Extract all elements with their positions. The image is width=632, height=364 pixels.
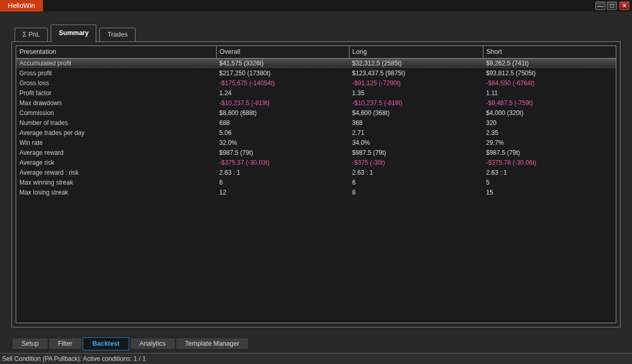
tab-summary[interactable]: Summary <box>51 25 96 42</box>
table-cell-short[interactable]: $4,000 (320t) <box>483 108 616 118</box>
table-row[interactable]: Max losing streak12815 <box>16 187 616 197</box>
table-cell-overall[interactable]: -$175,675 (-14054t) <box>216 78 349 88</box>
table-cell-long[interactable]: 2.63 : 1 <box>349 167 483 177</box>
table-cell-short[interactable]: -$375.78 (-30.06t) <box>483 157 616 167</box>
table-cell-overall[interactable]: 2.63 : 1 <box>216 167 349 177</box>
title-bar: HelloWin — □ × <box>0 0 632 12</box>
table-cell-short[interactable]: 15 <box>483 187 616 197</box>
tab-pnl[interactable]: Σ PnL <box>15 28 48 42</box>
table-cell-long[interactable]: 6 <box>349 177 483 187</box>
table-cell-label[interactable]: Average reward <box>16 147 216 157</box>
table-cell-long[interactable]: $32,312.5 (2585t) <box>349 58 483 68</box>
table-cell-label[interactable]: Win rate <box>16 138 216 147</box>
table-cell-overall[interactable]: $987.5 (79t) <box>216 147 349 157</box>
table-cell-short[interactable]: 2.63 : 1 <box>483 167 616 177</box>
table-cell-overall[interactable]: $8,600 (688t) <box>216 108 349 118</box>
table-cell-short[interactable]: $93,812.5 (7505t) <box>483 68 616 78</box>
table-cell-overall[interactable]: 12 <box>216 187 349 197</box>
table-cell-long[interactable]: $987.5 (79t) <box>349 147 483 157</box>
table-row[interactable]: Profit factor1.241.351.11 <box>16 88 616 98</box>
table-row[interactable]: Average reward$987.5 (79t)$987.5 (79t)$9… <box>16 147 616 157</box>
table-cell-label[interactable]: Accumulated profit <box>16 58 216 68</box>
table-cell-short[interactable]: 1.11 <box>483 88 616 98</box>
table-cell-label[interactable]: Number of trades <box>16 118 216 128</box>
table-cell-short[interactable]: -$84,550 (-6764t) <box>483 78 616 88</box>
minimize-icon[interactable]: — <box>595 2 605 10</box>
table-cell-overall[interactable]: 1.24 <box>216 88 349 98</box>
table-cell-label[interactable]: Commission <box>16 108 216 118</box>
table-cell-short[interactable]: 29.7% <box>483 138 616 147</box>
table-cell-overall[interactable]: 6 <box>216 177 349 187</box>
table-cell-label[interactable]: Max drawdown <box>16 98 216 108</box>
table-cell-label[interactable]: Average reward : risk <box>16 167 216 177</box>
table-cell-long[interactable]: $123,437.5 (9875t) <box>349 68 483 78</box>
maximize-icon[interactable]: □ <box>607 2 617 10</box>
table-cell-label[interactable]: Average trades per day <box>16 128 216 138</box>
table-row[interactable]: Accumulated profit$41,575 (3326t)$32,312… <box>16 58 616 68</box>
window-controls: — □ × <box>595 2 629 10</box>
table-cell-short[interactable]: 5 <box>483 177 616 187</box>
bottom-tab-analytics[interactable]: Analytics <box>131 338 175 349</box>
table-row[interactable]: Number of trades688368320 <box>16 118 616 128</box>
table-cell-label[interactable]: Gross profit <box>16 68 216 78</box>
table-row[interactable]: Gross profit$217,250 (17380t)$123,437.5 … <box>16 68 616 78</box>
column-header-short[interactable]: Short <box>483 46 616 58</box>
bottom-tab-filter[interactable]: Filter <box>49 338 82 349</box>
column-header-long[interactable]: Long <box>349 46 483 58</box>
table-cell-overall[interactable]: $217,250 (17380t) <box>216 68 349 78</box>
summary-table: PresentationOverallLongShort Accumulated… <box>16 46 616 197</box>
table-cell-long[interactable]: -$375 (-30t) <box>349 157 483 167</box>
column-header-overall[interactable]: Overall <box>216 46 349 58</box>
table-cell-long[interactable]: 368 <box>349 118 483 128</box>
table-cell-label[interactable]: Average risk <box>16 157 216 167</box>
table-cell-overall[interactable]: $41,575 (3326t) <box>216 58 349 68</box>
summary-table-frame: PresentationOverallLongShort Accumulated… <box>16 46 616 323</box>
table-cell-overall[interactable]: 5.06 <box>216 128 349 138</box>
table-row[interactable]: Max drawdown-$10,237.5 (-819t)-$10,237.5… <box>16 98 616 108</box>
table-cell-long[interactable]: 1.35 <box>349 88 483 98</box>
table-cell-label[interactable]: Max losing streak <box>16 187 216 197</box>
status-bar: Sell Condition (PA Pullback): Active con… <box>0 353 632 364</box>
table-cell-short[interactable]: 2.35 <box>483 128 616 138</box>
table-row[interactable]: Gross loss-$175,675 (-14054t)-$91,125 (-… <box>16 78 616 88</box>
summary-tab-strip: Σ PnLSummaryTrades <box>15 24 139 42</box>
table-cell-long[interactable]: -$10,237.5 (-819t) <box>349 98 483 108</box>
bottom-tab-template-manager[interactable]: Template Manager <box>176 338 249 349</box>
table-row[interactable]: Commission$8,600 (688t)$4,600 (368t)$4,0… <box>16 108 616 118</box>
close-icon[interactable]: × <box>619 2 629 10</box>
table-row[interactable]: Win rate32.0%34.0%29.7% <box>16 138 616 147</box>
table-row[interactable]: Average risk-$375.37 (-30.03t)-$375 (-30… <box>16 157 616 167</box>
table-cell-overall[interactable]: 688 <box>216 118 349 128</box>
table-cell-overall[interactable]: 32.0% <box>216 138 349 147</box>
table-header-row: PresentationOverallLongShort <box>16 46 616 58</box>
bottom-tab-backtest[interactable]: Backtest <box>83 337 129 350</box>
table-row[interactable]: Average reward : risk2.63 : 12.63 : 12.6… <box>16 167 616 177</box>
column-header-presentation[interactable]: Presentation <box>16 46 216 58</box>
table-cell-label[interactable]: Profit factor <box>16 88 216 98</box>
table-cell-overall[interactable]: -$10,237.5 (-819t) <box>216 98 349 108</box>
table-cell-label[interactable]: Gross loss <box>16 78 216 88</box>
summary-panel: PresentationOverallLongShort Accumulated… <box>12 41 620 327</box>
table-cell-short[interactable]: $987.5 (79t) <box>483 147 616 157</box>
status-text: Sell Condition (PA Pullback): Active con… <box>2 355 146 362</box>
table-cell-short[interactable]: $9,262.5 (741t) <box>483 58 616 68</box>
table-cell-short[interactable]: -$9,487.5 (-759t) <box>483 98 616 108</box>
table-cell-long[interactable]: $4,600 (368t) <box>349 108 483 118</box>
workspace-tab-strip: SetupFilterBacktestAnalyticsTemplate Man… <box>13 337 250 350</box>
bottom-tab-setup[interactable]: Setup <box>13 338 48 349</box>
tab-trades[interactable]: Trades <box>99 28 135 42</box>
table-cell-long[interactable]: 8 <box>349 187 483 197</box>
table-cell-long[interactable]: 34.0% <box>349 138 483 147</box>
table-cell-label[interactable]: Max winning streak <box>16 177 216 187</box>
window-title: HelloWin <box>0 0 43 12</box>
table-cell-short[interactable]: 320 <box>483 118 616 128</box>
table-cell-long[interactable]: -$91,125 (-7290t) <box>349 78 483 88</box>
table-cell-overall[interactable]: -$375.37 (-30.03t) <box>216 157 349 167</box>
table-row[interactable]: Max winning streak665 <box>16 177 616 187</box>
table-row[interactable]: Average trades per day5.062.712.35 <box>16 128 616 138</box>
table-cell-long[interactable]: 2.71 <box>349 128 483 138</box>
